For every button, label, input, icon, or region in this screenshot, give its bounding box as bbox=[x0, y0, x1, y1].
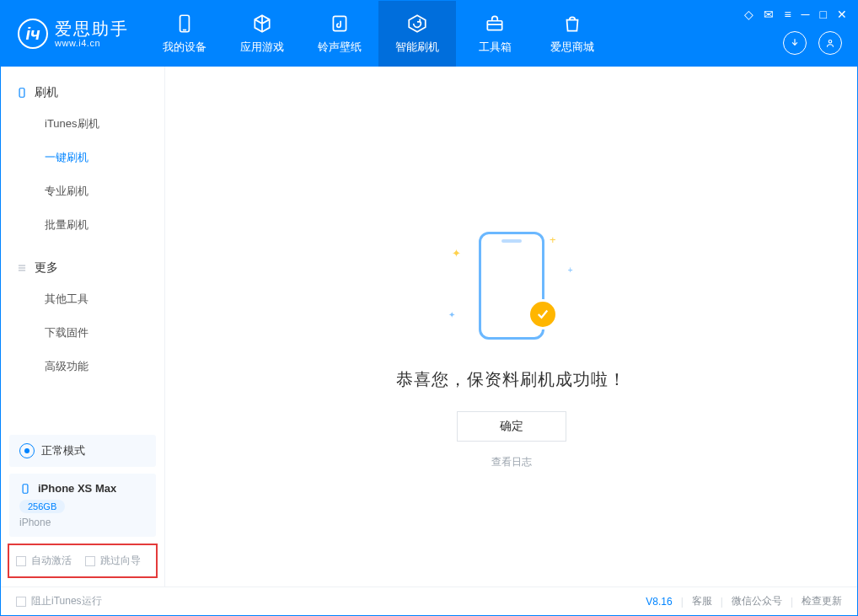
store-icon bbox=[561, 13, 583, 35]
download-button[interactable] bbox=[783, 31, 807, 55]
sidebar-item-itunes-flash[interactable]: iTunes刷机 bbox=[1, 107, 164, 141]
menu-icon[interactable]: ≡ bbox=[784, 8, 791, 21]
checkbox-block-itunes[interactable]: 阻止iTunes运行 bbox=[16, 594, 102, 608]
device-icon bbox=[174, 13, 196, 35]
svg-point-4 bbox=[829, 40, 832, 44]
device-name: iPhone XS Max bbox=[38, 482, 116, 495]
music-icon bbox=[329, 13, 351, 35]
app-header: ◇ ✉ ≡ ─ □ ✕ iч 爱思助手 www.i4.cn 我的设备 应用游戏 bbox=[1, 1, 857, 67]
nav-label: 我的设备 bbox=[163, 40, 206, 55]
main-nav: 我的设备 应用游戏 铃声壁纸 智能刷机 工具箱 爱思商城 bbox=[146, 1, 611, 67]
svg-rect-9 bbox=[23, 484, 28, 493]
success-message: 恭喜您，保资料刷机成功啦！ bbox=[396, 368, 626, 391]
checkbox-label: 阻止iTunes运行 bbox=[31, 594, 102, 608]
group-title: 刷机 bbox=[35, 85, 58, 100]
logo-mark-icon: iч bbox=[18, 19, 48, 49]
nav-toolbox[interactable]: 工具箱 bbox=[456, 1, 534, 67]
nav-label: 工具箱 bbox=[479, 40, 512, 55]
cube-icon bbox=[251, 13, 273, 35]
svg-rect-5 bbox=[19, 88, 24, 98]
footer-link-support[interactable]: 客服 bbox=[692, 594, 712, 608]
success-illustration: ✦+✦+ bbox=[448, 227, 575, 345]
nav-label: 爱思商城 bbox=[550, 40, 594, 55]
group-title: 更多 bbox=[35, 260, 58, 276]
main-content: ✦+✦+ 恭喜您，保资料刷机成功啦！ 确定 查看日志 bbox=[165, 67, 857, 587]
app-logo: iч 爱思助手 www.i4.cn bbox=[18, 19, 129, 49]
sidebar: 刷机 iTunes刷机 一键刷机 专业刷机 批量刷机 更多 其他工具 下载固件 … bbox=[1, 67, 165, 587]
svg-rect-3 bbox=[487, 21, 501, 30]
mode-card[interactable]: 正常模式 bbox=[9, 435, 156, 467]
nav-label: 应用游戏 bbox=[240, 40, 284, 55]
version-label: V8.16 bbox=[646, 596, 672, 608]
device-icon bbox=[19, 483, 31, 495]
sidebar-item-other-tools[interactable]: 其他工具 bbox=[1, 282, 164, 316]
sidebar-item-download-firmware[interactable]: 下载固件 bbox=[1, 316, 164, 350]
checkbox-skip-guide[interactable]: 跳过向导 bbox=[85, 554, 141, 568]
download-icon bbox=[789, 37, 801, 49]
sidebar-item-oneclick-flash[interactable]: 一键刷机 bbox=[1, 141, 164, 174]
checkbox-icon bbox=[16, 597, 26, 607]
view-log-link[interactable]: 查看日志 bbox=[491, 455, 532, 469]
nav-ringtones-wallpapers[interactable]: 铃声壁纸 bbox=[301, 1, 378, 67]
checkbox-icon bbox=[85, 556, 95, 566]
sidebar-group-more: 更多 bbox=[1, 254, 164, 282]
header-right bbox=[783, 31, 842, 55]
checkbox-auto-activate[interactable]: 自动激活 bbox=[16, 554, 72, 568]
checkbox-icon bbox=[16, 556, 26, 566]
highlighted-checkbox-row: 自动激活 跳过向导 bbox=[8, 544, 158, 578]
footer-link-update[interactable]: 检查更新 bbox=[802, 594, 842, 608]
checkbox-label: 跳过向导 bbox=[100, 554, 141, 568]
nav-apps-games[interactable]: 应用游戏 bbox=[223, 1, 301, 67]
footer: 阻止iTunes运行 V8.16 | 客服 | 微信公众号 | 检查更新 bbox=[1, 587, 857, 615]
ok-button[interactable]: 确定 bbox=[457, 411, 566, 442]
nav-my-device[interactable]: 我的设备 bbox=[146, 1, 223, 67]
device-type: iPhone bbox=[19, 517, 146, 528]
sidebar-group-flash: 刷机 bbox=[1, 78, 164, 107]
checkbox-label: 自动激活 bbox=[31, 554, 72, 568]
list-icon bbox=[16, 262, 28, 274]
nav-label: 智能刷机 bbox=[395, 40, 439, 55]
minimize-icon[interactable]: ─ bbox=[802, 8, 810, 21]
skin-icon[interactable]: ◇ bbox=[744, 8, 753, 21]
user-icon bbox=[824, 37, 836, 49]
sidebar-item-pro-flash[interactable]: 专业刷机 bbox=[1, 174, 164, 208]
footer-link-wechat[interactable]: 微信公众号 bbox=[732, 594, 782, 608]
sidebar-item-batch-flash[interactable]: 批量刷机 bbox=[1, 208, 164, 242]
svg-rect-2 bbox=[333, 16, 346, 30]
nav-smart-flash[interactable]: 智能刷机 bbox=[378, 1, 456, 67]
device-card[interactable]: iPhone XS Max 256GB iPhone bbox=[9, 474, 156, 537]
feedback-icon[interactable]: ✉ bbox=[764, 8, 774, 21]
toolbox-icon bbox=[484, 13, 506, 35]
app-domain: www.i4.cn bbox=[55, 38, 129, 48]
device-storage-badge: 256GB bbox=[19, 500, 65, 513]
refresh-icon bbox=[406, 13, 428, 35]
app-name: 爱思助手 bbox=[55, 19, 129, 38]
sidebar-item-advanced[interactable]: 高级功能 bbox=[1, 350, 164, 383]
user-button[interactable] bbox=[818, 31, 842, 55]
window-controls: ◇ ✉ ≡ ─ □ ✕ bbox=[744, 8, 847, 21]
phone-icon bbox=[16, 87, 28, 99]
maximize-icon[interactable]: □ bbox=[820, 8, 827, 21]
nav-label: 铃声壁纸 bbox=[318, 40, 362, 55]
checkmark-badge-icon bbox=[528, 299, 558, 329]
mode-label: 正常模式 bbox=[41, 443, 85, 458]
nav-store[interactable]: 爱思商城 bbox=[534, 1, 611, 67]
close-icon[interactable]: ✕ bbox=[837, 8, 847, 21]
mode-icon bbox=[19, 443, 35, 458]
